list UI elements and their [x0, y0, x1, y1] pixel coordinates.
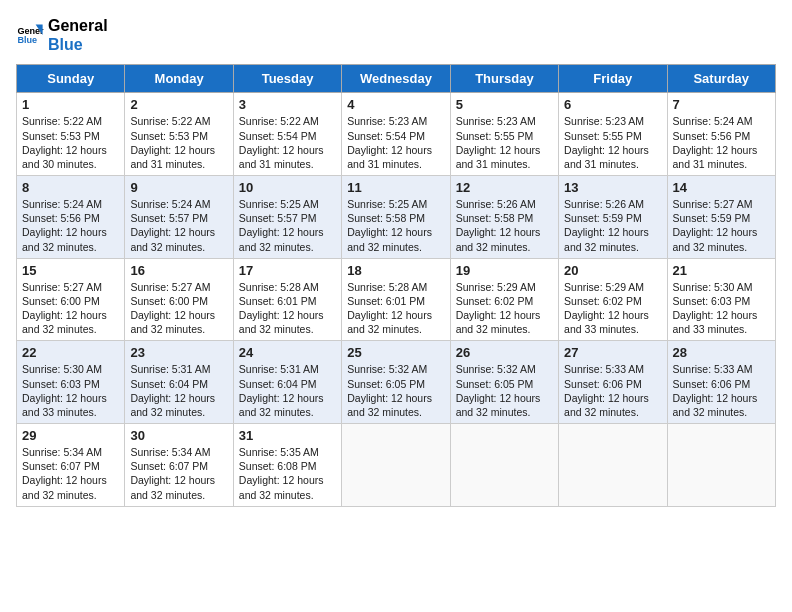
calendar-cell: 6Sunrise: 5:23 AMSunset: 5:55 PMDaylight…: [559, 93, 667, 176]
day-info: and 32 minutes.: [347, 405, 444, 419]
day-info: and 32 minutes.: [130, 240, 227, 254]
calendar-cell: 19Sunrise: 5:29 AMSunset: 6:02 PMDayligh…: [450, 258, 558, 341]
day-info: Daylight: 12 hours: [130, 473, 227, 487]
day-number: 26: [456, 345, 553, 360]
day-info: Sunset: 6:06 PM: [673, 377, 770, 391]
day-info: Daylight: 12 hours: [239, 391, 336, 405]
day-info: Sunrise: 5:23 AM: [564, 114, 661, 128]
day-number: 12: [456, 180, 553, 195]
header-row: Sunday Monday Tuesday Wednesday Thursday…: [17, 65, 776, 93]
day-info: Sunrise: 5:34 AM: [130, 445, 227, 459]
day-info: Sunrise: 5:27 AM: [22, 280, 119, 294]
day-info: Sunset: 6:08 PM: [239, 459, 336, 473]
col-sunday: Sunday: [17, 65, 125, 93]
day-info: Daylight: 12 hours: [239, 308, 336, 322]
svg-text:Blue: Blue: [17, 36, 37, 46]
day-info: and 32 minutes.: [347, 322, 444, 336]
calendar-row: 15Sunrise: 5:27 AMSunset: 6:00 PMDayligh…: [17, 258, 776, 341]
calendar-cell: 13Sunrise: 5:26 AMSunset: 5:59 PMDayligh…: [559, 176, 667, 259]
day-info: and 32 minutes.: [22, 488, 119, 502]
day-info: Sunrise: 5:35 AM: [239, 445, 336, 459]
day-info: Daylight: 12 hours: [456, 308, 553, 322]
day-info: Sunset: 6:01 PM: [347, 294, 444, 308]
day-number: 31: [239, 428, 336, 443]
calendar-cell: 16Sunrise: 5:27 AMSunset: 6:00 PMDayligh…: [125, 258, 233, 341]
day-info: Sunrise: 5:30 AM: [673, 280, 770, 294]
logo-icon: General Blue: [16, 21, 44, 49]
day-info: Sunrise: 5:29 AM: [564, 280, 661, 294]
day-number: 18: [347, 263, 444, 278]
day-info: Daylight: 12 hours: [22, 225, 119, 239]
day-info: Daylight: 12 hours: [673, 225, 770, 239]
calendar-cell: 26Sunrise: 5:32 AMSunset: 6:05 PMDayligh…: [450, 341, 558, 424]
day-info: Daylight: 12 hours: [130, 225, 227, 239]
day-info: and 32 minutes.: [564, 405, 661, 419]
calendar-cell: [342, 424, 450, 507]
day-info: Sunrise: 5:32 AM: [456, 362, 553, 376]
day-info: Sunset: 6:07 PM: [22, 459, 119, 473]
day-info: Sunset: 6:02 PM: [456, 294, 553, 308]
day-info: Sunset: 5:55 PM: [564, 129, 661, 143]
logo-general: General: [48, 16, 108, 35]
day-number: 29: [22, 428, 119, 443]
day-number: 19: [456, 263, 553, 278]
day-info: Sunset: 6:04 PM: [130, 377, 227, 391]
day-info: Sunset: 6:03 PM: [22, 377, 119, 391]
day-info: Sunset: 5:56 PM: [673, 129, 770, 143]
day-info: Daylight: 12 hours: [673, 143, 770, 157]
day-info: Sunset: 6:06 PM: [564, 377, 661, 391]
day-info: Sunset: 6:01 PM: [239, 294, 336, 308]
day-info: Sunset: 6:03 PM: [673, 294, 770, 308]
calendar-cell: 31Sunrise: 5:35 AMSunset: 6:08 PMDayligh…: [233, 424, 341, 507]
col-friday: Friday: [559, 65, 667, 93]
day-info: Sunrise: 5:30 AM: [22, 362, 119, 376]
day-info: and 32 minutes.: [456, 405, 553, 419]
col-monday: Monday: [125, 65, 233, 93]
day-info: Sunrise: 5:34 AM: [22, 445, 119, 459]
day-info: Daylight: 12 hours: [22, 473, 119, 487]
day-info: Daylight: 12 hours: [456, 391, 553, 405]
calendar-cell: 15Sunrise: 5:27 AMSunset: 6:00 PMDayligh…: [17, 258, 125, 341]
day-number: 30: [130, 428, 227, 443]
day-info: Sunrise: 5:26 AM: [456, 197, 553, 211]
day-number: 21: [673, 263, 770, 278]
day-info: Daylight: 12 hours: [130, 308, 227, 322]
day-info: Sunrise: 5:24 AM: [22, 197, 119, 211]
day-info: and 32 minutes.: [130, 322, 227, 336]
day-info: Sunset: 5:54 PM: [239, 129, 336, 143]
day-info: Daylight: 12 hours: [347, 308, 444, 322]
day-info: and 31 minutes.: [239, 157, 336, 171]
day-info: Daylight: 12 hours: [239, 225, 336, 239]
day-info: Daylight: 12 hours: [347, 225, 444, 239]
day-info: Sunset: 5:55 PM: [456, 129, 553, 143]
day-info: and 32 minutes.: [239, 405, 336, 419]
col-thursday: Thursday: [450, 65, 558, 93]
calendar-cell: 22Sunrise: 5:30 AMSunset: 6:03 PMDayligh…: [17, 341, 125, 424]
day-number: 7: [673, 97, 770, 112]
day-info: Sunset: 6:05 PM: [347, 377, 444, 391]
day-info: Sunrise: 5:28 AM: [347, 280, 444, 294]
calendar-cell: [667, 424, 775, 507]
day-number: 10: [239, 180, 336, 195]
day-info: Daylight: 12 hours: [564, 143, 661, 157]
calendar-row: 29Sunrise: 5:34 AMSunset: 6:07 PMDayligh…: [17, 424, 776, 507]
day-info: Sunrise: 5:25 AM: [347, 197, 444, 211]
day-info: Sunset: 6:00 PM: [130, 294, 227, 308]
day-info: Daylight: 12 hours: [239, 143, 336, 157]
day-info: and 32 minutes.: [239, 488, 336, 502]
day-number: 24: [239, 345, 336, 360]
day-number: 1: [22, 97, 119, 112]
calendar-cell: 21Sunrise: 5:30 AMSunset: 6:03 PMDayligh…: [667, 258, 775, 341]
day-info: Sunrise: 5:31 AM: [130, 362, 227, 376]
logo-blue: Blue: [48, 35, 108, 54]
day-info: and 32 minutes.: [564, 240, 661, 254]
day-info: and 33 minutes.: [673, 322, 770, 336]
day-info: Daylight: 12 hours: [456, 225, 553, 239]
day-info: and 30 minutes.: [22, 157, 119, 171]
day-info: and 32 minutes.: [130, 405, 227, 419]
day-info: Daylight: 12 hours: [564, 225, 661, 239]
day-info: Sunset: 5:57 PM: [239, 211, 336, 225]
day-info: Sunset: 5:57 PM: [130, 211, 227, 225]
day-info: Daylight: 12 hours: [130, 143, 227, 157]
day-info: Daylight: 12 hours: [130, 391, 227, 405]
